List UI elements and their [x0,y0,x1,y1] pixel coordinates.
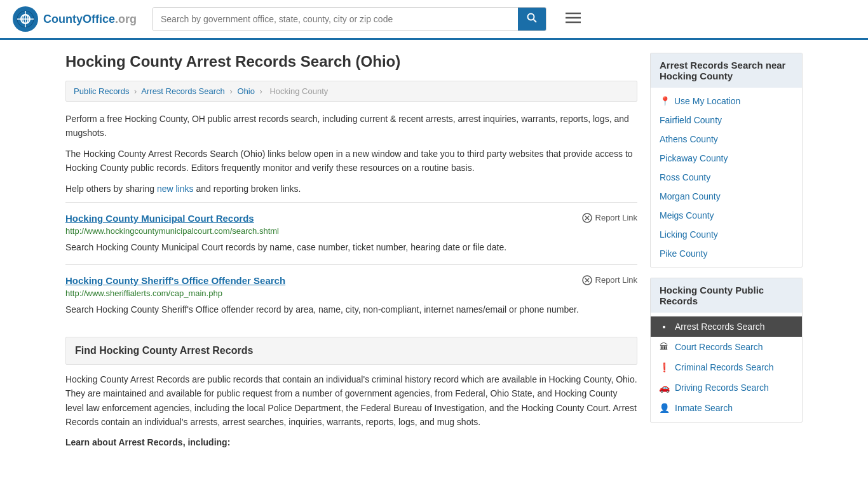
breadcrumb-current: Hocking County [269,86,328,96]
public-link-2[interactable]: ❗ Criminal Records Search [651,357,802,377]
search-bar [153,7,546,31]
public-link-4[interactable]: 👤 Inmate Search [651,398,802,418]
public-link-3[interactable]: 🚗 Driving Records Search [651,377,802,398]
court-records-icon: 🏛 [658,342,670,352]
main-container: Hocking County Arrest Records Search (Oh… [53,40,815,460]
logo-area: CountyOffice.org [13,6,140,32]
breadcrumb-public-records[interactable]: Public Records [74,86,129,96]
search-button[interactable] [518,8,546,30]
public-link-1[interactable]: 🏛 Court Records Search [651,337,802,357]
find-section: Find Hocking County Arrest Records [65,337,637,365]
location-pin-icon: 📍 [660,96,670,106]
main-content: Hocking County Arrest Records Search (Oh… [65,53,637,447]
svg-line-6 [534,20,537,23]
nearby-county-1[interactable]: Athens County [651,130,802,149]
body-paragraph-1: Hocking County Arrest Records are public… [65,372,637,430]
nearby-section-title: Arrest Records Search near Hocking Count… [651,53,802,88]
report-link-1[interactable]: Report Link [582,213,637,223]
description-3: Help others by sharing new links and rep… [65,182,637,196]
nearby-county-0[interactable]: Fairfield County [651,111,802,130]
record-item-1: Hocking County Municipal Court Records R… [65,202,637,264]
menu-button[interactable] [566,11,581,27]
nearby-county-6[interactable]: Licking County [651,225,802,244]
arrest-records-icon: ▪ [658,322,670,332]
driving-records-icon: 🚗 [658,383,670,393]
public-records-section: Hocking County Public Records ▪ Arrest R… [650,278,803,423]
use-my-location[interactable]: 📍 Use My Location [651,92,802,111]
logo-text: CountyOffice.org [43,13,137,26]
breadcrumb: Public Records › Arrest Records Search ›… [65,81,637,102]
svg-point-5 [528,14,534,20]
record-item-2: Hocking County Sheriff's Office Offender… [65,264,637,327]
description-1: Perform a free Hocking County, OH public… [65,112,637,140]
public-records-links: ▪ Arrest Records Search 🏛 Court Records … [651,313,802,422]
public-records-section-title: Hocking County Public Records [651,278,802,313]
nearby-county-3[interactable]: Ross County [651,168,802,187]
report-link-2[interactable]: Report Link [582,275,637,285]
breadcrumb-ohio[interactable]: Ohio [237,86,254,96]
record-title-2[interactable]: Hocking County Sheriff's Office Offender… [65,275,285,286]
logo-icon [13,6,38,32]
find-heading: Find Hocking County Arrest Records [75,345,628,356]
record-title-1[interactable]: Hocking County Municipal Court Records [65,213,254,224]
nearby-section: Arrest Records Search near Hocking Count… [650,53,803,268]
record-url-2[interactable]: http://www.sheriffialerts.com/cap_main.p… [65,288,637,298]
nearby-county-2[interactable]: Pickaway County [651,149,802,168]
nearby-county-5[interactable]: Meigs County [651,206,802,225]
record-url-1[interactable]: http://www.hockingcountymunicipalcourt.c… [65,226,637,236]
nearby-county-4[interactable]: Morgan County [651,187,802,206]
search-input[interactable] [153,8,518,30]
sidebar: Arrest Records Search near Hocking Count… [650,53,803,447]
site-header: CountyOffice.org [0,0,868,40]
page-title: Hocking County Arrest Records Search (Oh… [65,53,637,71]
new-links-link[interactable]: new links [157,184,194,194]
inmate-search-icon: 👤 [658,403,670,413]
record-desc-2: Search Hocking County Sheriff's Office o… [65,303,637,316]
learn-more: Learn about Arrest Records, including: [65,437,637,447]
public-link-0[interactable]: ▪ Arrest Records Search [651,316,802,337]
record-desc-1: Search Hocking County Municipal Court re… [65,241,637,254]
criminal-records-icon: ❗ [658,362,670,372]
nearby-links: 📍 Use My Location Fairfield County Athen… [651,88,802,267]
nearby-county-7[interactable]: Pike County [651,244,802,263]
description-2: The Hocking County Arrest Records Search… [65,147,637,175]
breadcrumb-arrest-records[interactable]: Arrest Records Search [141,86,225,96]
